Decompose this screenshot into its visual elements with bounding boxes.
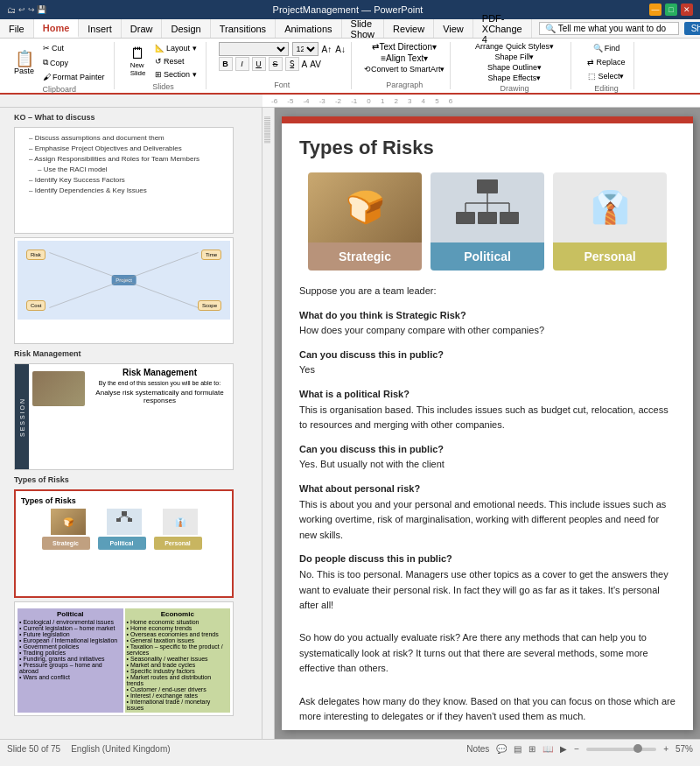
increase-font-icon[interactable]: A↑: [322, 45, 332, 54]
normal-view-icon[interactable]: ▤: [514, 744, 522, 754]
qa-q1: What do you think is Strategic Risk?: [299, 308, 676, 324]
minimize-button[interactable]: —: [649, 4, 662, 16]
reset-button[interactable]: ↺ Reset: [151, 55, 200, 67]
risk-card-personal: 👔 Personal: [553, 172, 667, 271]
font-color-icon[interactable]: A: [302, 60, 308, 69]
title-bar: 🗂 ↩ ↪ 💾 ProjectManagement — PowerPoint —…: [0, 0, 700, 19]
zoom-slider[interactable]: [586, 748, 656, 751]
find-button[interactable]: 🔍Find: [590, 42, 624, 54]
slide-2-thumbnail[interactable]: Project Risk Time Cost Scope: [14, 237, 234, 344]
qa-q2: Can you discuss this in public?: [299, 348, 676, 363]
tab-transitions[interactable]: Transitions: [211, 19, 276, 38]
tab-file[interactable]: File: [0, 19, 34, 38]
personal-card-label: Personal: [553, 242, 667, 271]
underline-button[interactable]: U: [252, 57, 266, 71]
text-direction-icon[interactable]: ⇄Text Direction▾: [372, 42, 437, 52]
char-spacing-icon[interactable]: AV: [310, 60, 321, 69]
quick-styles-icon[interactable]: Quick Styles▾: [506, 42, 554, 51]
personal-person-icon: 👔: [591, 189, 630, 226]
layout-button[interactable]: 📐 Layout ▾: [151, 42, 200, 54]
select-button[interactable]: ⬚Select▾: [584, 70, 627, 82]
format-painter-icon: 🖌: [43, 73, 51, 81]
political-img-sm: [107, 509, 142, 535]
bold-button[interactable]: B: [219, 57, 233, 71]
window-controls-left: 🗂 ↩ ↪ 💾: [7, 5, 46, 15]
tab-view[interactable]: View: [434, 19, 473, 38]
language-info: English (United Kingdom): [71, 744, 170, 754]
svg-line-3: [124, 280, 199, 308]
qa-p1: So how do you actually evaluate risk? Ar…: [299, 630, 676, 677]
cut-button[interactable]: ✂Cut: [39, 42, 108, 54]
section-button[interactable]: ⊞ Section ▾: [151, 68, 200, 81]
tab-animations[interactable]: Animations: [276, 19, 341, 38]
slide-thumbnail-5[interactable]: Political • Ecological / environmental i…: [7, 601, 241, 716]
slide-1-thumbnail[interactable]: – Discuss assumptions and document them …: [14, 127, 234, 234]
shape-effects-icon[interactable]: Shape Effects▾: [488, 74, 542, 82]
decrease-font-icon[interactable]: A↓: [335, 45, 346, 54]
svg-line-1: [124, 253, 199, 281]
italic-button[interactable]: I: [235, 57, 249, 71]
slide-canvas: Types of Risks 🍞 Strategic: [282, 116, 693, 730]
vertical-ruler: |||||||||||||||||: [262, 108, 275, 739]
slide-thumbnail-2[interactable]: 48 Project Risk Time Cost Scope: [7, 237, 241, 344]
slide-5-thumbnail[interactable]: Political • Ecological / environmental i…: [14, 601, 234, 716]
main-slide-view[interactable]: Types of Risks 🍞 Strategic: [275, 108, 700, 739]
new-slide-button[interactable]: 🗒 NewSlide: [127, 44, 150, 79]
close-button[interactable]: ✕: [681, 4, 693, 16]
format-painter-button[interactable]: 🖌Format Painter: [39, 71, 108, 83]
slideshow-icon[interactable]: ▶: [560, 744, 567, 754]
convert-smartart-icon[interactable]: ⟲Convert to SmartArt▾: [364, 65, 445, 74]
svg-rect-16: [478, 212, 497, 224]
session-label: SESSION: [15, 364, 29, 469]
political-card-label: Political: [430, 242, 544, 271]
room-image: [32, 371, 85, 406]
slide-main-content: Types of Risks 🍞 Strategic: [282, 123, 693, 739]
slide-thumbnail-4[interactable]: Types of Risks Types of Risks 🍞 Strategi…: [7, 474, 241, 598]
align-text-icon[interactable]: ≡Align Text▾: [381, 53, 428, 63]
slide-sorter-icon[interactable]: ⊞: [528, 744, 536, 754]
qa-a3: This is organisation based. This include…: [299, 403, 676, 433]
notes-button[interactable]: Notes: [466, 744, 489, 754]
qa-a1: How does your company compare with other…: [299, 323, 676, 339]
tab-draw[interactable]: Draw: [122, 19, 163, 38]
font-family-select[interactable]: [219, 42, 289, 56]
strategic-label-sm: Strategic: [42, 537, 90, 550]
new-slide-icon: 🗒: [130, 46, 146, 61]
copy-button[interactable]: ⧉Copy: [39, 56, 108, 69]
window-controls: — □ ✕: [649, 4, 693, 16]
qa-a2: Yes: [299, 362, 676, 378]
tell-me-input[interactable]: 🔍 Tell me what you want to do: [539, 22, 679, 35]
slide-thumbnail-1[interactable]: KO – What to discuss – Discuss assumptio…: [7, 111, 241, 234]
zoom-level[interactable]: 57%: [676, 744, 693, 754]
arrange-icon[interactable]: Arrange: [475, 42, 503, 51]
strikethrough-button[interactable]: S: [269, 57, 283, 71]
slide-panel[interactable]: KO – What to discuss – Discuss assumptio…: [0, 108, 262, 739]
slide-4-thumbnail[interactable]: Types of Risks 🍞 Strategic: [14, 489, 234, 598]
slide-thumbnail-3[interactable]: Risk Management SESSION Risk Management …: [7, 348, 241, 470]
shadow-button[interactable]: S̲: [285, 57, 299, 71]
maximize-button[interactable]: □: [665, 4, 677, 16]
zoom-out-icon[interactable]: −: [574, 744, 579, 754]
slide-3-thumbnail[interactable]: SESSION Risk Management By the end of th…: [14, 363, 234, 470]
tab-review[interactable]: Review: [384, 19, 434, 38]
shape-fill-icon[interactable]: Shape Fill▾: [494, 53, 534, 61]
tab-slideshow[interactable]: Slide Show: [342, 19, 385, 38]
svg-rect-17: [500, 212, 519, 224]
shape-outline-icon[interactable]: Shape Outline▾: [487, 63, 542, 72]
tab-insert[interactable]: Insert: [79, 19, 122, 38]
qa-q6: Do people discuss this in public?: [299, 552, 676, 567]
zoom-in-icon[interactable]: +: [663, 744, 668, 754]
tab-pdfxchange[interactable]: PDF-XChange 4: [473, 19, 532, 38]
reading-view-icon[interactable]: 📖: [542, 744, 553, 754]
font-size-select[interactable]: 12: [292, 42, 318, 56]
paste-button[interactable]: 📋 Paste: [10, 49, 38, 77]
share-button[interactable]: Share: [684, 22, 700, 35]
tab-design[interactable]: Design: [162, 19, 210, 38]
select-icon: ⬚: [588, 72, 596, 81]
comments-icon[interactable]: 💬: [496, 744, 507, 754]
zoom-thumb: [634, 744, 642, 753]
mindmap-visual: Project Risk Time Cost Scope: [18, 241, 230, 320]
replace-button[interactable]: ⇄Replace: [584, 56, 628, 68]
tab-home[interactable]: Home: [34, 19, 80, 38]
slide-4-label: Types of Risks: [7, 474, 241, 486]
